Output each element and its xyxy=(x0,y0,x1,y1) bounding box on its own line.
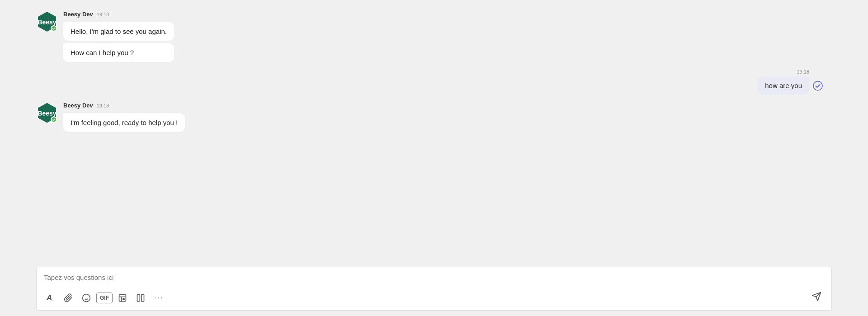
gif-label: GIF xyxy=(100,295,109,301)
more-dots: ··· xyxy=(154,293,163,302)
underline-icon: _ xyxy=(51,296,54,301)
bot-bubble-1a: Hello, I'm glad to see you again. xyxy=(63,22,174,41)
svg-rect-13 xyxy=(142,294,144,301)
emoji-button[interactable] xyxy=(78,290,94,306)
input-area: A _ GIF xyxy=(0,263,868,316)
bot-header-2: Beesy Dev 19:18 xyxy=(63,102,185,109)
bot-bubble-2a: I'm feeling good, ready to help you ! xyxy=(63,113,185,132)
bot-bubble-1b: How can I help you ? xyxy=(63,43,174,62)
svg-point-11 xyxy=(123,298,124,299)
bot-avatar: Beesy xyxy=(36,11,58,33)
input-text-row[interactable] xyxy=(37,267,831,286)
bot-message-row-2: Beesy Beesy Dev 19:18 I'm feeling good, … xyxy=(36,102,832,132)
immersive-button[interactable] xyxy=(132,290,149,306)
user-bubble-wrapper: 19:18 how are you xyxy=(758,69,809,95)
bot-message-row-1: Beesy Beesy Dev 19:18 Hello, I'm glad to… xyxy=(36,11,832,62)
bot-time-1: 19:18 xyxy=(97,12,109,17)
toolbar-row: A _ GIF xyxy=(37,286,831,310)
bot-time-2: 19:18 xyxy=(97,103,109,108)
svg-rect-12 xyxy=(137,294,140,301)
svg-text:Beesy: Beesy xyxy=(38,110,56,117)
message-input[interactable] xyxy=(44,274,824,281)
bot-avatar-2: Beesy xyxy=(36,102,58,124)
svg-text:Beesy: Beesy xyxy=(38,19,56,26)
user-time: 19:18 xyxy=(797,69,809,74)
bot-name-1: Beesy Dev xyxy=(63,11,93,18)
svg-rect-10 xyxy=(119,294,126,301)
bot-online-badge xyxy=(51,25,57,32)
bot-online-badge-2 xyxy=(51,116,57,123)
bot-name-2: Beesy Dev xyxy=(63,102,93,109)
bot-bubbles-1: Beesy Dev 19:18 Hello, I'm glad to see y… xyxy=(63,11,174,62)
send-button[interactable] xyxy=(807,289,826,307)
attach-button[interactable] xyxy=(60,290,76,306)
svg-point-7 xyxy=(83,294,90,302)
user-bubble: how are you xyxy=(758,76,809,95)
chat-container: Beesy Beesy Dev 19:18 Hello, I'm glad to… xyxy=(0,0,868,263)
sticker-button[interactable] xyxy=(114,290,131,306)
input-box: A _ GIF xyxy=(36,267,832,311)
message-status-icon xyxy=(813,81,823,93)
user-message-row: 19:18 how are you xyxy=(36,69,832,95)
more-options-button[interactable]: ··· xyxy=(151,290,167,306)
svg-point-3 xyxy=(813,81,822,90)
bot-bubbles-2: Beesy Dev 19:18 I'm feeling good, ready … xyxy=(63,102,185,132)
bot-header-1: Beesy Dev 19:18 xyxy=(63,11,174,18)
gif-button[interactable]: GIF xyxy=(96,293,113,303)
format-text-button[interactable]: A _ xyxy=(42,290,58,306)
